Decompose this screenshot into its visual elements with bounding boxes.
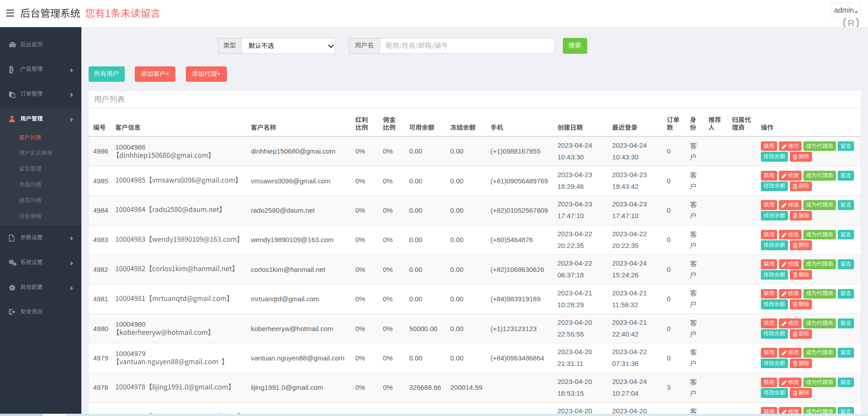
svg-text:R: R <box>848 18 854 27</box>
